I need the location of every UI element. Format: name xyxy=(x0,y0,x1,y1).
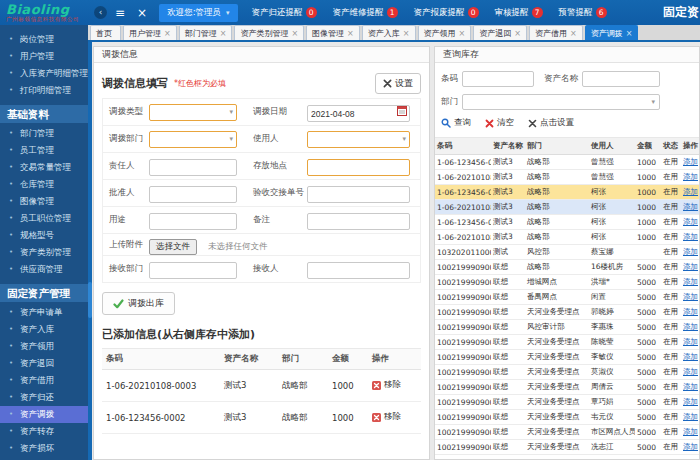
add-link[interactable]: 添加 xyxy=(683,292,698,301)
add-link[interactable]: 添加 xyxy=(683,352,698,361)
sidebar-item[interactable]: • 图像管理 xyxy=(0,193,88,210)
sidebar-item[interactable]: • 入库资产明细管理 xyxy=(0,65,88,82)
tab[interactable]: 部门管理 × xyxy=(179,25,233,40)
inventory-row[interactable]: 1-06-20210108-0 测试3 战略部 柯张 1000 在用 添加 xyxy=(435,230,699,245)
inventory-row[interactable]: 1-06-123456-000 测试3 战略部 柯张 1000 在用 添加 xyxy=(435,185,699,200)
add-link[interactable]: 添加 xyxy=(683,277,698,286)
inventory-row[interactable]: 10021999090031 联想 风控审计部 李惠珠 5000 在用 添加 xyxy=(435,320,699,335)
tab-close-icon[interactable]: × xyxy=(291,29,298,38)
search-button[interactable]: 查询 xyxy=(441,117,471,129)
notification-badge[interactable]: 预警提醒 6 xyxy=(559,7,607,19)
user-select[interactable]: ▾ xyxy=(307,131,410,148)
tab[interactable]: 资产调拨 × xyxy=(585,25,639,40)
remark-input[interactable] xyxy=(307,213,410,230)
add-link[interactable]: 添加 xyxy=(683,232,698,241)
tab-close-icon[interactable]: × xyxy=(459,29,466,38)
transfer-date-input[interactable] xyxy=(307,105,410,122)
add-link[interactable]: 添加 xyxy=(683,442,698,451)
inventory-row[interactable]: 1-06-20210108-0 测试3 战略部 曾慧强 1000 在用 添加 xyxy=(435,170,699,185)
tab[interactable]: 资产类别管理 × xyxy=(234,25,304,40)
sidebar-item[interactable]: • 资产转存 xyxy=(0,423,88,440)
click-settings-button[interactable]: 点击设置 xyxy=(528,117,574,129)
sidebar-item[interactable]: • 打印明细管理 xyxy=(0,82,88,99)
inventory-row[interactable]: 10021999090030 联想 天河业务受理点 陈晓莹 5000 在用 添加 xyxy=(435,335,699,350)
sidebar-item[interactable]: • 用户管理 xyxy=(0,48,88,65)
add-link[interactable]: 添加 xyxy=(683,217,698,226)
sidebar-item[interactable]: • 交易常量管理 xyxy=(0,159,88,176)
tab[interactable]: 首页 xyxy=(90,25,121,40)
inventory-row[interactable]: 10021999090029 联想 天河业务受理点 冼志江 5000 在用 添加 xyxy=(435,440,699,455)
notification-badge[interactable]: 资产报废提醒 0 xyxy=(414,7,479,19)
add-link[interactable]: 添加 xyxy=(683,397,698,406)
sidebar-item[interactable]: • 资产申请单 xyxy=(0,304,88,321)
tab-close-icon[interactable]: × xyxy=(220,29,227,38)
location-input[interactable] xyxy=(307,159,410,176)
inventory-row[interactable]: 10021999090029 联想 天河业务受理点 市区网点人员 5000 在用… xyxy=(435,425,699,440)
remove-button[interactable]: 移除 xyxy=(372,379,401,391)
inventory-row[interactable]: 10021999090034 联想 战略部 16楼机房 5000 在用 添加 xyxy=(435,260,699,275)
sidebar-item[interactable]: • 资产类别管理 xyxy=(0,244,88,261)
tab[interactable]: 资产领用 × xyxy=(418,25,472,40)
barcode-filter-input[interactable] xyxy=(462,71,534,87)
sidebar-item[interactable]: • 资产领用 xyxy=(0,338,88,355)
asset-name-filter-input[interactable] xyxy=(582,71,660,87)
tab[interactable]: 资产入库 × xyxy=(362,25,416,40)
tab-close-icon[interactable]: × xyxy=(514,29,521,38)
remove-button[interactable]: 移除 xyxy=(372,411,401,423)
add-link[interactable]: 添加 xyxy=(683,172,698,181)
inventory-row[interactable]: 10021999090030 联想 天河业务受理点 周倩云 5000 在用 添加 xyxy=(435,380,699,395)
approver-input[interactable] xyxy=(149,186,237,203)
add-link[interactable]: 添加 xyxy=(683,427,698,436)
tab-close-icon[interactable]: × xyxy=(347,29,354,38)
sidebar-item[interactable]: • 供应商管理 xyxy=(0,261,88,278)
notification-badge[interactable]: 资产维修提醒 1 xyxy=(333,7,398,19)
inventory-row[interactable]: 10021999090030 联想 天河业务受理点 李敏仪 5000 在用 添加 xyxy=(435,350,699,365)
receive-dept-input[interactable] xyxy=(149,262,237,279)
clear-button[interactable]: 清空 xyxy=(485,117,514,129)
transfer-dept-select[interactable]: ▾ xyxy=(149,131,237,148)
transfer-out-button[interactable]: 调拨出库 xyxy=(102,292,175,315)
close-icon[interactable]: × xyxy=(137,6,147,20)
sidebar-item[interactable]: • 员工职位管理 xyxy=(0,210,88,227)
add-link[interactable]: 添加 xyxy=(683,157,698,166)
inventory-row[interactable]: 1-06-123456-000 测试3 战略部 曾慧强 1000 在用 添加 xyxy=(435,155,699,170)
sidebar-item[interactable]: • 员工管理 xyxy=(0,142,88,159)
sidebar-item[interactable]: • 资产退回 xyxy=(0,355,88,372)
tab[interactable]: 图像管理 × xyxy=(306,25,360,40)
inventory-row[interactable]: 1-06-20210108-0 测试3 战略部 柯张 1000 在用 添加 xyxy=(435,200,699,215)
sidebar-item[interactable]: • 仓库管理 xyxy=(0,176,88,193)
notification-badge[interactable]: 审核提醒 7 xyxy=(495,7,543,19)
transfer-type-select[interactable]: ▾ xyxy=(149,104,237,121)
tab-close-icon[interactable]: × xyxy=(164,29,171,38)
inventory-row[interactable]: 10021999090033 联想 番禺网点 闲置 5000 在用 添加 xyxy=(435,290,699,305)
tab-close-icon[interactable]: × xyxy=(570,29,577,38)
inventory-row[interactable]: 10021999090033 联想 增城网点 洪瑞* 5000 在用 添加 xyxy=(435,275,699,290)
inventory-row[interactable]: 10021999090029 联想 天河业务受理点 韦元仪 5000 在用 添加 xyxy=(435,410,699,425)
add-link[interactable]: 添加 xyxy=(683,307,698,316)
add-link[interactable]: 添加 xyxy=(683,412,698,421)
tab-close-icon[interactable]: × xyxy=(626,29,633,38)
receipt-no-input[interactable] xyxy=(307,186,410,203)
inventory-row[interactable]: 10021999090029 联想 天河业务受理点 覃巧娟 5000 在用 添加 xyxy=(435,395,699,410)
sidebar-item[interactable]: • 部门管理 xyxy=(0,125,88,142)
sidebar-item[interactable]: • 资产损坏 xyxy=(0,440,88,457)
user-menu-button[interactable]: 欢迎您:管理员 ▾ xyxy=(159,4,237,22)
calendar-icon[interactable] xyxy=(397,105,407,116)
sidebar-item[interactable]: • 资产借用 xyxy=(0,372,88,389)
add-link[interactable]: 添加 xyxy=(683,202,698,211)
inventory-row[interactable]: 1-06-123456-000 测试3 战略部 柯张 1000 在用 添加 xyxy=(435,215,699,230)
sidebar-item[interactable]: • 资产归还 xyxy=(0,389,88,406)
notification-badge[interactable]: 资产归还提醒 0 xyxy=(252,7,317,19)
settings-button[interactable]: 设置 xyxy=(375,73,421,94)
add-link[interactable]: 添加 xyxy=(683,322,698,331)
tab[interactable]: 用户管理 × xyxy=(123,25,177,40)
inventory-row[interactable]: 10320201100007 测试 风控部 蔡宝娜 在用 添加 xyxy=(435,245,699,260)
purpose-input[interactable] xyxy=(149,213,237,230)
inventory-row[interactable]: 10021999090030 联想 天河业务受理点 莫淑仪 5000 在用 添加 xyxy=(435,365,699,380)
inventory-row[interactable]: 10021999090031 联想 天河业务受理点 郭晓婷 5000 在用 添加 xyxy=(435,305,699,320)
responsible-input[interactable] xyxy=(149,159,237,176)
tab[interactable]: 资产退回 × xyxy=(473,25,527,40)
add-link[interactable]: 添加 xyxy=(683,382,698,391)
add-link[interactable]: 添加 xyxy=(683,262,698,271)
add-link[interactable]: 添加 xyxy=(683,367,698,376)
